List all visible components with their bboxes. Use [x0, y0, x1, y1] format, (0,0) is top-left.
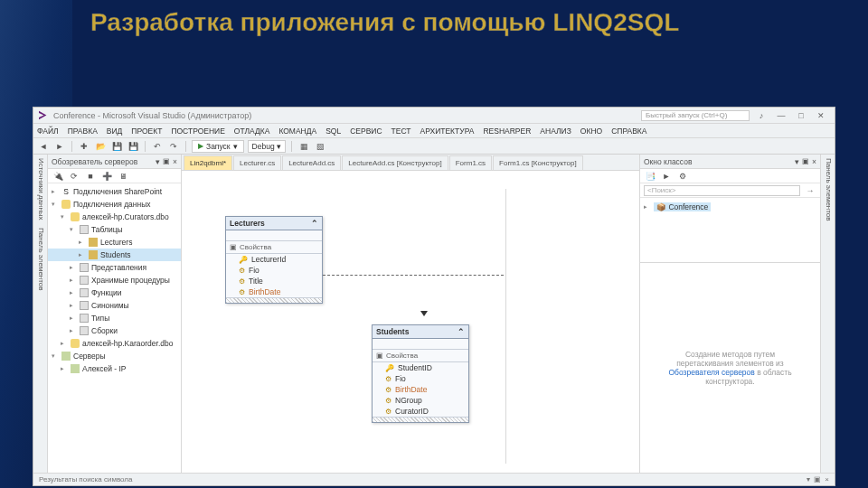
canvas-splitter[interactable]: [505, 189, 506, 464]
tree-procs[interactable]: Хранимые процедуры: [91, 276, 170, 285]
notify-icon[interactable]: ♪: [753, 110, 769, 121]
entity-lecturers[interactable]: Lecturers ⌃ ▣Свойства 🔑LecturerId ⚙Fio ⚙…: [225, 216, 323, 304]
tool-b-icon[interactable]: ▧: [314, 140, 326, 153]
minimize-button[interactable]: —: [773, 110, 789, 121]
prop-icon: ⚙: [385, 408, 392, 416]
new-icon[interactable]: ✚: [78, 140, 90, 153]
tree-conn1[interactable]: алексей-hp.Curators.dbo: [82, 212, 169, 221]
datasources-tab[interactable]: Источники данных: [35, 158, 45, 221]
tree-students[interactable]: Students: [100, 250, 131, 259]
nav-fwd-icon[interactable]: ►: [53, 140, 66, 153]
menu-view[interactable]: ВИД: [107, 127, 123, 136]
tree-tables[interactable]: Таблицы: [91, 225, 123, 234]
nav-back-icon[interactable]: ◄: [37, 140, 50, 153]
entity-resize-handle[interactable]: [226, 297, 322, 303]
entity-section-label: Свойства: [240, 243, 271, 251]
class-search-input[interactable]: <Поиск>: [644, 185, 800, 196]
class-settings-icon[interactable]: ⚙: [676, 170, 689, 183]
save-all-icon[interactable]: 💾: [127, 140, 139, 153]
panel-close-icon[interactable]: ×: [173, 157, 177, 166]
tree-srv1[interactable]: Алексей - IP: [82, 364, 126, 373]
server-icon[interactable]: 🖥: [117, 170, 129, 183]
tree-asm[interactable]: Сборки: [91, 326, 118, 335]
menu-analyze[interactable]: АНАЛИЗ: [540, 127, 571, 136]
maximize-button[interactable]: □: [793, 110, 809, 121]
tree-dataconn[interactable]: Подключения данных: [73, 200, 151, 209]
connect-icon[interactable]: 🔌: [52, 170, 64, 183]
menu-sql[interactable]: SQL: [326, 127, 341, 136]
stop-icon[interactable]: ■: [84, 170, 97, 183]
folder-icon: [80, 314, 89, 323]
tree-conn2[interactable]: алексей-hp.Karaorder.dbo: [82, 339, 173, 348]
class-fwd-icon[interactable]: ►: [660, 170, 673, 183]
start-debug-button[interactable]: ▶ Запуск ▾: [192, 140, 244, 153]
undo-icon[interactable]: ↶: [151, 140, 164, 153]
server-explorer-link[interactable]: Обозревателя серверов: [668, 368, 754, 377]
symbol-results-tab[interactable]: Результаты поиска символа: [39, 475, 132, 483]
menu-arch[interactable]: АРХИТЕКТУРА: [420, 127, 475, 136]
folder-icon: [80, 326, 89, 335]
tree-lecturers[interactable]: Lecturers: [100, 238, 132, 247]
panel-close-icon[interactable]: ×: [812, 157, 816, 166]
tree-sharepoint[interactable]: Подключения SharePoint: [73, 187, 162, 196]
play-icon: ▶: [198, 142, 203, 150]
vs-logo-icon: [39, 110, 50, 121]
menu-project[interactable]: ПРОЕКТ: [131, 127, 162, 136]
prop-sfio: Fio: [395, 374, 406, 383]
bottom-close-icon[interactable]: ×: [825, 475, 829, 483]
titlebar: Conference - Microsoft Visual Studio (Ад…: [33, 108, 835, 124]
tree-syn[interactable]: Синонимы: [91, 301, 129, 310]
association-line[interactable]: [323, 275, 504, 276]
tree-types[interactable]: Типы: [91, 314, 109, 323]
menu-edit[interactable]: ПРАВКА: [68, 127, 98, 136]
table-icon: [89, 250, 98, 259]
panel-pin-icon[interactable]: ▣: [802, 157, 809, 166]
menu-help[interactable]: СПРАВКА: [611, 127, 646, 136]
panel-dropdown-icon[interactable]: ▾: [156, 157, 160, 166]
menu-test[interactable]: ТЕСТ: [392, 127, 411, 136]
save-icon[interactable]: 💾: [110, 140, 123, 153]
class-nav-icon[interactable]: 📑: [644, 170, 656, 183]
prop-title: Title: [249, 277, 263, 286]
menu-resharper[interactable]: RESHARPER: [483, 127, 531, 136]
entity-students[interactable]: Students ⌃ ▣Свойства 🔑StudentID ⚙Fio ⚙Bi…: [372, 324, 469, 423]
server-icon: [61, 352, 71, 361]
class-node-conference[interactable]: 📦 Conference: [654, 202, 711, 211]
panel-dropdown-icon[interactable]: ▾: [795, 157, 799, 166]
tool-a-icon[interactable]: ▦: [297, 140, 310, 153]
menu-file[interactable]: ФАЙЛ: [37, 127, 59, 136]
toolbox-tab-right[interactable]: Панель элементов: [823, 158, 833, 221]
tab-lecturer-cs[interactable]: Lecturer.cs: [233, 155, 281, 170]
tab-linq2db[interactable]: Lin2qdbml*: [184, 155, 232, 170]
right-panels: Окно классов ▾ ▣ × 📑 ► ⚙ <Поиск> →: [639, 155, 820, 473]
close-button[interactable]: ✕: [813, 110, 829, 121]
entity-collapse-icon[interactable]: ⌃: [311, 219, 318, 228]
entity-collapse-icon[interactable]: ⌃: [458, 327, 465, 336]
tree-servers[interactable]: Серверы: [73, 352, 106, 361]
tree-funcs[interactable]: Функции: [91, 288, 122, 297]
open-icon[interactable]: 📂: [94, 140, 107, 153]
toolbox-tab-left[interactable]: Панель элементов: [35, 228, 45, 291]
designer-canvas[interactable]: Lecturers ⌃ ▣Свойства 🔑LecturerId ⚙Fio ⚙…: [182, 171, 639, 473]
menu-debug[interactable]: ОТЛАДКА: [234, 127, 270, 136]
refresh-icon[interactable]: ⟳: [68, 170, 80, 183]
folder-icon: [80, 225, 89, 234]
menu-team[interactable]: КОМАНДА: [278, 127, 316, 136]
quick-launch-input[interactable]: Быстрый запуск (Ctrl+Q): [641, 110, 750, 121]
menu-tools[interactable]: СЕРВИС: [350, 127, 382, 136]
add-conn-icon[interactable]: ➕: [100, 170, 113, 183]
menu-build[interactable]: ПОСТРОЕНИЕ: [171, 127, 224, 136]
entity-resize-handle[interactable]: [373, 417, 468, 422]
tab-form1-design[interactable]: Form1.cs [Конструктор]: [493, 155, 583, 170]
tab-lectureadd-cs[interactable]: LectureAdd.cs: [282, 155, 341, 170]
tab-form1-cs[interactable]: Form1.cs: [449, 155, 492, 170]
config-dropdown[interactable]: Debug ▾: [248, 140, 286, 153]
bottom-dropdown-icon[interactable]: ▾: [807, 475, 810, 483]
tree-views[interactable]: Представления: [91, 263, 146, 272]
menu-window[interactable]: ОКНО: [580, 127, 602, 136]
panel-pin-icon[interactable]: ▣: [163, 157, 170, 166]
tab-lectureadd-design[interactable]: LectureAdd.cs [Конструктор]: [342, 155, 448, 170]
class-search-go-icon[interactable]: →: [804, 184, 816, 197]
redo-icon[interactable]: ↷: [167, 140, 180, 153]
bottom-pin-icon[interactable]: ▣: [814, 475, 821, 483]
